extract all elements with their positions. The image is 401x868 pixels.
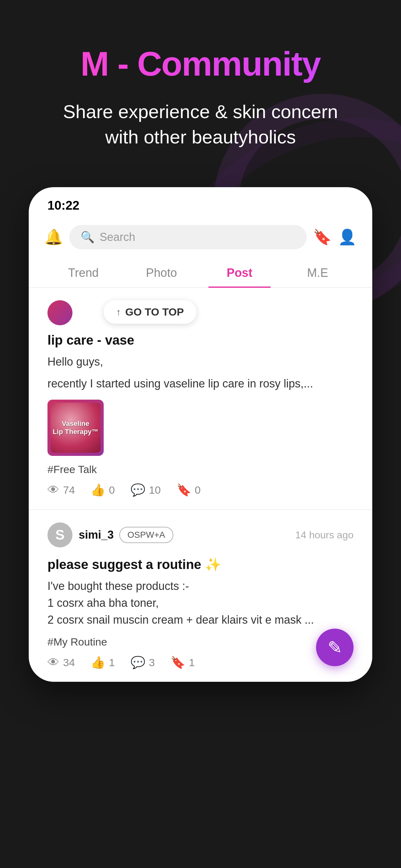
post1-tag[interactable]: #Free Talk — [47, 463, 354, 475]
post1-comments: 💬 10 — [131, 483, 161, 497]
nav-bar: 🔔 🔍 Search 🔖 👤 — [29, 219, 372, 259]
post1-views: 👁 74 — [47, 484, 75, 497]
bookmark-icon[interactable]: 🔖 — [313, 228, 332, 246]
tab-me[interactable]: M.E — [278, 259, 357, 287]
post1-title[interactable]: lip care - vase — [47, 333, 354, 348]
post1-body-line2: recently I started using vaseline lip ca… — [47, 375, 354, 392]
views-icon: 👁 — [47, 484, 59, 497]
post2-bookmark-count: 1 — [189, 656, 195, 669]
tab-bar: Trend Photo Post M.E — [29, 259, 372, 288]
post2-body: I've bought these products :- 1 cosrx ah… — [47, 578, 354, 628]
vaseline-jar: VaselineLip Therapy™ — [51, 403, 101, 453]
post1-like-count: 0 — [109, 484, 115, 496]
post2-likes: 👍 1 — [91, 655, 115, 669]
views-icon-2: 👁 — [47, 656, 59, 669]
hero-section: M - Community Share experience & skin co… — [0, 0, 401, 168]
post1-body: Hello guys, recently I started using vas… — [47, 353, 354, 392]
status-bar: 10:22 — [29, 187, 372, 219]
post2-stats: 👁 34 👍 1 💬 3 🔖 1 — [47, 655, 354, 669]
post2-avatar: S — [47, 522, 72, 548]
tab-post[interactable]: Post — [201, 259, 278, 287]
post2-views: 👁 34 — [47, 656, 75, 669]
post2-body-line3: 2 cosrx snail muscin cream + dear klairs… — [47, 612, 354, 628]
post2-time: 14 hours ago — [295, 529, 354, 541]
post-card-2: S simi_3 OSPW+A 14 hours ago please sugg… — [29, 510, 372, 682]
post1-product-image: VaselineLip Therapy™ — [47, 400, 104, 456]
profile-icon[interactable]: 👤 — [338, 228, 357, 246]
post2-comments: 💬 3 — [131, 655, 155, 669]
hero-subtitle: Share experience & skin concern with oth… — [60, 99, 341, 150]
bookmark-stat-icon-2: 🔖 — [170, 655, 185, 669]
phone-mockup: 10:22 🔔 🔍 Search 🔖 👤 Trend Photo Post M.… — [29, 187, 372, 682]
post1-bookmarks: 🔖 0 — [176, 483, 201, 497]
post2-header: S simi_3 OSPW+A 14 hours ago — [47, 522, 354, 548]
post2-title[interactable]: please suggest a routine ✨ — [47, 557, 354, 572]
post-card-1: ↑ GO TO TOP lip care - vase Hello guys, … — [29, 288, 372, 510]
search-icon: 🔍 — [80, 230, 95, 244]
post1-view-count: 74 — [63, 484, 75, 496]
post2-like-count: 1 — [109, 656, 115, 669]
tab-photo[interactable]: Photo — [123, 259, 201, 287]
search-placeholder: Search — [100, 230, 135, 244]
bookmark-stat-icon: 🔖 — [176, 483, 191, 497]
hero-title: M - Community — [25, 44, 376, 84]
post1-likes: 👍 0 — [91, 483, 115, 497]
post2-tag[interactable]: #My Routine — [47, 636, 354, 648]
post2-comment-count: 3 — [149, 656, 155, 669]
like-icon-2: 👍 — [91, 655, 105, 669]
post2-bookmarks: 🔖 1 — [170, 655, 195, 669]
post2-view-count: 34 — [63, 656, 75, 669]
post2-body-line2: 1 cosrx aha bha toner, — [47, 595, 354, 612]
post1-avatar — [47, 300, 72, 325]
comment-icon: 💬 — [131, 483, 145, 497]
clock: 10:22 — [47, 198, 79, 212]
fab-compose-button[interactable]: ✎ — [316, 629, 354, 666]
notification-bell-icon[interactable]: 🔔 — [44, 228, 63, 246]
post1-stats: 👁 74 👍 0 💬 10 🔖 0 — [47, 483, 354, 497]
post2-badge: OSPW+A — [119, 527, 173, 543]
like-icon: 👍 — [91, 483, 105, 497]
goto-top-button[interactable]: ↑ GO TO TOP — [104, 300, 196, 324]
comment-icon-2: 💬 — [131, 655, 145, 669]
goto-top-arrow-icon: ↑ — [116, 307, 121, 317]
post1-bookmark-count: 0 — [195, 484, 201, 496]
post1-comment-count: 10 — [149, 484, 161, 496]
goto-top-label: GO TO TOP — [125, 306, 184, 318]
search-bar[interactable]: 🔍 Search — [69, 225, 307, 249]
post2-username[interactable]: simi_3 — [79, 528, 114, 541]
compose-icon: ✎ — [328, 638, 342, 658]
post1-body-line1: Hello guys, — [47, 353, 354, 370]
post1-header — [47, 300, 354, 325]
tab-trend[interactable]: Trend — [44, 259, 123, 287]
post2-body-line1: I've bought these products :- — [47, 578, 354, 595]
